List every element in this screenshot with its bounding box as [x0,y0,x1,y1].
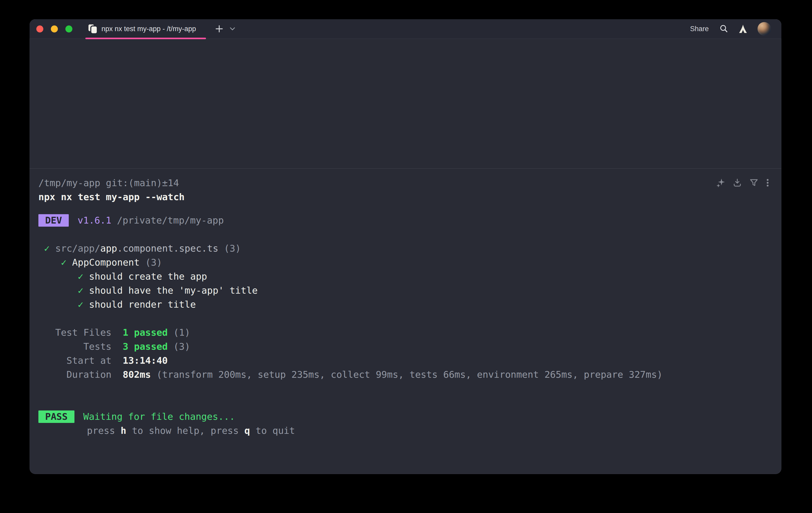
vitest-version: v1.6.1 [78,213,111,227]
check-icon: ✓ [78,299,84,310]
search-button[interactable] [719,24,728,33]
tab-panes-icon [88,24,97,33]
filter-block-button[interactable] [749,178,759,187]
plus-icon [215,24,224,33]
vitest-dev-line: DEV v1.6.1 /private/tmp/my-app [38,213,770,227]
chevron-down-icon [229,27,236,31]
previous-terminal-block[interactable] [30,39,781,169]
check-icon: ✓ [78,285,84,296]
share-block-button[interactable] [733,178,742,187]
summary-row-duration: Duration 802ms (transform 200ms, setup 2… [38,368,770,382]
summary-row-tests: Tests 3 passed (3) [38,340,770,354]
user-avatar[interactable] [757,22,771,35]
dev-badge: DEV [38,214,69,227]
window-controls [36,25,72,32]
maximize-window-button[interactable] [65,25,72,32]
warp-menu-button[interactable] [739,24,747,33]
block-more-menu-button[interactable] [766,178,770,187]
pass-badge: PASS [38,410,75,423]
terminal-output-block[interactable]: /tmp/my-app git:(main)±14 npx nx test my… [30,169,781,474]
summary-row-start-at: Start at 13:14:40 [38,354,770,368]
ai-explain-button[interactable] [716,178,725,187]
tab-active[interactable]: npx nx test my-app - /t/my-app [83,19,208,39]
summary-row-test-files: Test Files 1 passed (1) [38,326,770,340]
minimize-window-button[interactable] [51,25,58,32]
terminal-window: npx nx test my-app - /t/my-app Share [30,19,781,474]
filter-funnel-icon [749,178,759,187]
check-icon: ✓ [44,243,50,254]
test-suite-row: ✓ AppComponent (3) [38,255,770,269]
share-button[interactable]: Share [690,25,709,33]
test-case-row: ✓ should render title [38,298,770,312]
download-icon [733,178,742,187]
watch-status-line: PASS Waiting for file changes... [38,410,770,424]
tab-title: npx nx test my-app - /t/my-app [102,25,196,33]
tab-list-dropdown-button[interactable] [229,27,236,31]
close-window-button[interactable] [36,25,43,32]
watch-keys-hint: press h to show help, press q to quit [87,424,770,438]
test-file-row: ✓ src/app/app.component.spec.ts (3) [38,241,770,255]
kebab-menu-icon [766,178,770,187]
block-actions-toolbar [716,178,770,187]
check-icon: ✓ [61,257,67,268]
tab-active-underline [85,38,206,39]
test-case-row: ✓ should create the app [38,269,770,284]
topbar-right: Share [690,22,771,35]
test-case-row: ✓ should have the 'my-app' title [38,284,770,298]
sparkle-icon [716,178,725,187]
new-tab-button[interactable] [215,24,224,33]
test-results-tree: ✓ src/app/app.component.spec.ts (3) ✓ Ap… [38,241,770,312]
working-directory: /private/tmp/my-app [111,213,224,227]
watch-status-message: Waiting for file changes... [83,410,235,424]
warp-logo-icon [739,24,747,33]
shell-prompt: /tmp/my-app git:(main)±14 [38,176,770,190]
check-icon: ✓ [78,271,84,282]
search-icon [719,24,728,33]
tab-bar: npx nx test my-app - /t/my-app Share [30,19,781,39]
command-text: npx nx test my-app --watch [38,190,770,204]
test-summary: Test Files 1 passed (1) Tests 3 passed (… [38,326,770,382]
